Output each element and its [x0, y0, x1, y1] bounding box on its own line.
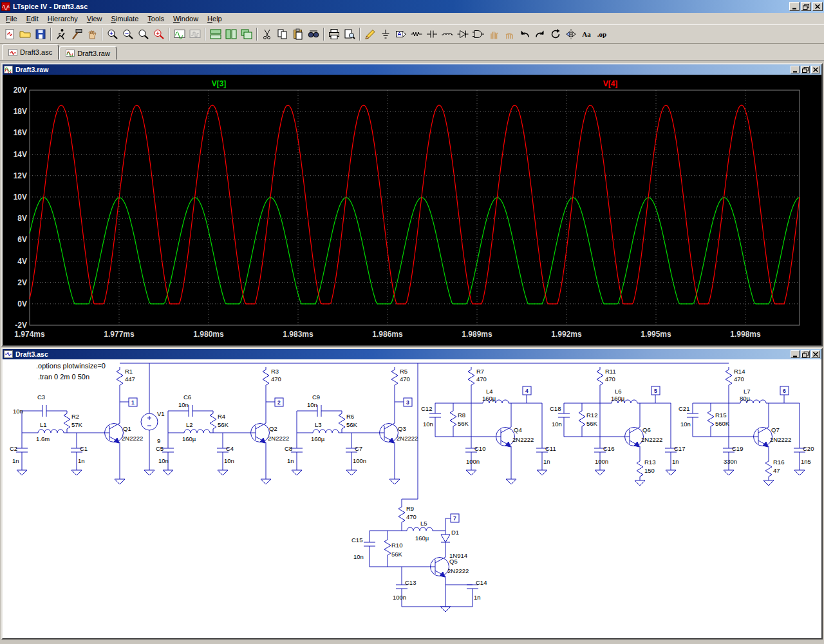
schematic-label: C9: [312, 393, 320, 401]
plot-settings-icon: [189, 28, 201, 40]
waveform-window-minimize-button[interactable]: [791, 66, 800, 73]
menu-edit[interactable]: Edit: [22, 14, 43, 24]
redo-button[interactable]: [532, 26, 548, 42]
component-button[interactable]: [471, 26, 486, 42]
net-label-button[interactable]: [393, 26, 409, 42]
toolbar-separator: [50, 28, 52, 41]
menu-help[interactable]: Help: [203, 14, 227, 24]
print-preview-button[interactable]: [342, 26, 357, 42]
main-close-button[interactable]: [812, 2, 823, 11]
waveform-plot-svg[interactable]: 20V18V16V14V12V10V8V6V4V2V0V-2V1.974ms1.…: [3, 75, 821, 345]
menu-simulate[interactable]: Simulate: [106, 14, 143, 24]
schematic-window-close-button[interactable]: [811, 350, 820, 358]
inductor-button[interactable]: [440, 26, 455, 42]
x-tick-label: 1.989ms: [462, 330, 492, 339]
schematic-window: Draft3.asc .options plotwinsize=0.tran 0…: [1, 348, 823, 639]
tab-draft3-asc[interactable]: Draft3.asc: [2, 44, 59, 60]
cut-button[interactable]: [259, 26, 275, 42]
zoom-full-button[interactable]: [151, 26, 167, 42]
text-tool-button[interactable]: Aa: [579, 26, 594, 42]
minimize-icon: [791, 351, 799, 358]
mdi-client-area: Draft3.raw 20V18V16V14V12V10V8V6V4V2V0V-…: [0, 61, 824, 644]
schematic-label: 10n: [13, 408, 23, 415]
cascade-button[interactable]: [239, 26, 254, 42]
drag-button[interactable]: [501, 26, 517, 42]
save-icon: [34, 28, 47, 40]
schematic-label: 56K: [346, 421, 358, 428]
pause-button[interactable]: [84, 26, 100, 42]
cut-icon: [261, 28, 274, 40]
zoom-out-button[interactable]: [120, 26, 136, 42]
save-button[interactable]: [33, 26, 48, 42]
close-icon: [812, 66, 819, 73]
schematic-label: C10: [474, 445, 485, 452]
paste-button[interactable]: [290, 26, 306, 42]
menu-window[interactable]: Window: [169, 14, 203, 24]
main-restore-button[interactable]: [801, 2, 811, 11]
find-button[interactable]: [306, 26, 321, 42]
halt-button[interactable]: [69, 26, 84, 42]
schematic-label: R12: [586, 412, 597, 419]
y-tick-label: 16V: [14, 128, 27, 137]
drag-icon: [503, 28, 516, 40]
zoom-full-icon: [153, 28, 165, 40]
spice-directive-button[interactable]: .op: [594, 26, 610, 42]
menu-hierarchy[interactable]: Hierarchy: [43, 14, 82, 24]
schematic-label: .options plotwinsize=0: [36, 362, 106, 370]
new-schematic-icon: [3, 28, 16, 40]
open-button[interactable]: [17, 26, 33, 42]
schematic-label: L4: [486, 388, 493, 395]
x-tick-label: 1.986ms: [372, 330, 403, 339]
undo-button[interactable]: [517, 26, 532, 42]
run-button[interactable]: [53, 26, 69, 42]
resistor-button[interactable]: [409, 26, 424, 42]
waveform-plot[interactable]: 20V18V16V14V12V10V8V6V4V2V0V-2V1.974ms1.…: [3, 75, 821, 345]
cascade-icon: [240, 28, 253, 40]
main-minimize-button[interactable]: [789, 2, 800, 11]
move-button[interactable]: [486, 26, 501, 42]
schematic-label: 1: [131, 399, 135, 406]
schematic-label: 10n: [307, 401, 317, 408]
close-icon: [812, 351, 819, 358]
main-titlebar[interactable]: LTspice IV - Draft3.asc: [0, 0, 824, 13]
menu-view[interactable]: View: [82, 14, 107, 24]
print-button[interactable]: [326, 26, 342, 42]
tile-vertical-button[interactable]: [223, 26, 239, 42]
net-label-icon: [395, 28, 407, 40]
diode-button[interactable]: [455, 26, 471, 42]
wire-button[interactable]: [362, 26, 378, 42]
waveform-window-close-button[interactable]: [811, 66, 820, 73]
waveform-window-titlebar[interactable]: Draft3.raw: [3, 64, 821, 75]
schematic-label: 160µ: [482, 395, 496, 402]
zoom-area-button[interactable]: [136, 26, 151, 42]
menu-bar: FileEditHierarchyViewSimulateToolsWindow…: [0, 13, 824, 24]
mirror-button[interactable]: [563, 26, 579, 42]
menu-tools[interactable]: Tools: [143, 14, 169, 24]
new-schematic-button[interactable]: [2, 26, 17, 42]
zoom-in-button[interactable]: [105, 26, 120, 42]
waveform-window-restore-button[interactable]: [801, 66, 810, 73]
ground-button[interactable]: [378, 26, 393, 42]
schematic-label: 6: [783, 388, 786, 394]
tab-draft3-raw[interactable]: Draft3.raw: [59, 46, 117, 60]
schematic-window-titlebar[interactable]: Draft3.asc: [3, 349, 821, 359]
schematic-window-restore-button[interactable]: [801, 350, 810, 358]
autorange-y-button[interactable]: [172, 26, 187, 42]
autorange-y-icon: [173, 28, 186, 40]
schematic-label: 56K: [218, 421, 229, 428]
capacitor-button[interactable]: [424, 26, 440, 42]
undo-icon: [518, 28, 531, 40]
tab-label: Draft3.raw: [77, 50, 110, 57]
schematic-label: C13: [405, 579, 416, 586]
waveform-window-title: Draft3.raw: [15, 66, 48, 73]
rotate-button[interactable]: [548, 26, 563, 42]
schematic-label: C15: [351, 536, 362, 544]
plot-settings-button[interactable]: [187, 26, 203, 42]
menu-file[interactable]: File: [1, 14, 22, 24]
copy-button[interactable]: [275, 26, 290, 42]
schematic-canvas[interactable]: .options plotwinsize=0.tran 0 2m 0 50nR1…: [3, 359, 821, 638]
schematic-window-minimize-button[interactable]: [791, 350, 800, 358]
tile-horizontal-button[interactable]: [208, 26, 223, 42]
schematic-svg[interactable]: .options plotwinsize=0.tran 0 2m 0 50nR1…: [3, 359, 821, 638]
schematic-label: R14: [734, 368, 745, 375]
